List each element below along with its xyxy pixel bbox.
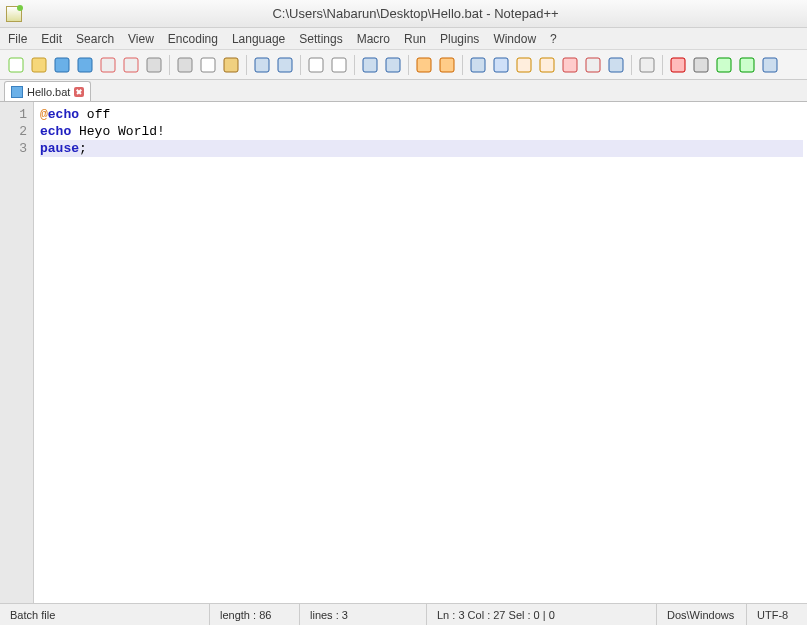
svg-rect-21	[540, 58, 554, 72]
status-length: length : 86	[210, 604, 300, 625]
zoom-out-icon[interactable]	[383, 55, 403, 75]
svg-rect-4	[101, 58, 115, 72]
app-icon	[6, 6, 22, 22]
line-number: 3	[0, 140, 27, 157]
new-file-icon[interactable]	[6, 55, 26, 75]
toolbar-separator	[408, 55, 409, 75]
toolbar-separator	[662, 55, 663, 75]
status-position: Ln : 3 Col : 27 Sel : 0 | 0	[427, 604, 657, 625]
editor[interactable]: 123 @echo offecho Heyo World!pause;	[0, 102, 807, 603]
svg-rect-7	[178, 58, 192, 72]
menu-run[interactable]: Run	[404, 32, 426, 46]
svg-rect-28	[717, 58, 731, 72]
play-multi-icon[interactable]	[737, 55, 757, 75]
undo-icon[interactable]	[252, 55, 272, 75]
code-area[interactable]: @echo offecho Heyo World!pause;	[34, 102, 807, 603]
redo-icon[interactable]	[275, 55, 295, 75]
close-all-icon[interactable]	[121, 55, 141, 75]
stop-icon[interactable]	[691, 55, 711, 75]
cut-icon[interactable]	[175, 55, 195, 75]
svg-rect-2	[55, 58, 69, 72]
menu-file[interactable]: File	[8, 32, 27, 46]
toolbar-separator	[462, 55, 463, 75]
toolbar	[0, 50, 807, 80]
close-tab-icon[interactable]	[74, 87, 84, 97]
menu-search[interactable]: Search	[76, 32, 114, 46]
record-icon[interactable]	[668, 55, 688, 75]
svg-rect-13	[332, 58, 346, 72]
code-line[interactable]: @echo off	[40, 106, 803, 123]
svg-rect-16	[417, 58, 431, 72]
toolbar-separator	[246, 55, 247, 75]
status-encoding: UTF-8	[747, 604, 807, 625]
toolbar-separator	[169, 55, 170, 75]
file-icon	[11, 86, 23, 98]
svg-rect-26	[671, 58, 685, 72]
menubar: FileEditSearchViewEncodingLanguageSettin…	[0, 28, 807, 50]
svg-rect-1	[32, 58, 46, 72]
sync-h-icon[interactable]	[437, 55, 457, 75]
statusbar: Batch file length : 86 lines : 3 Ln : 3 …	[0, 603, 807, 625]
titlebar: C:\Users\Nabarun\Desktop\Hello.bat - Not…	[0, 0, 807, 28]
menu-macro[interactable]: Macro	[357, 32, 390, 46]
svg-rect-5	[124, 58, 138, 72]
user-lang-icon[interactable]	[560, 55, 580, 75]
sync-v-icon[interactable]	[414, 55, 434, 75]
svg-rect-9	[224, 58, 238, 72]
svg-rect-15	[386, 58, 400, 72]
menu-window[interactable]: Window	[493, 32, 536, 46]
toolbar-separator	[354, 55, 355, 75]
svg-rect-24	[609, 58, 623, 72]
svg-rect-20	[517, 58, 531, 72]
save-icon[interactable]	[52, 55, 72, 75]
line-number: 1	[0, 106, 27, 123]
play-icon[interactable]	[714, 55, 734, 75]
svg-rect-11	[278, 58, 292, 72]
show-all-icon[interactable]	[491, 55, 511, 75]
svg-rect-14	[363, 58, 377, 72]
svg-rect-12	[309, 58, 323, 72]
status-lines: lines : 3	[300, 604, 427, 625]
menu-edit[interactable]: Edit	[41, 32, 62, 46]
copy-icon[interactable]	[198, 55, 218, 75]
menu-plugins[interactable]: Plugins	[440, 32, 479, 46]
svg-rect-25	[640, 58, 654, 72]
svg-rect-27	[694, 58, 708, 72]
zoom-in-icon[interactable]	[360, 55, 380, 75]
status-eol: Dos\Windows	[657, 604, 747, 625]
toolbar-separator	[631, 55, 632, 75]
save-macro-icon[interactable]	[760, 55, 780, 75]
save-all-icon[interactable]	[75, 55, 95, 75]
indent-guide-icon[interactable]	[514, 55, 534, 75]
svg-rect-6	[147, 58, 161, 72]
find-icon[interactable]	[306, 55, 326, 75]
file-tab[interactable]: Hello.bat	[4, 81, 91, 101]
svg-rect-22	[563, 58, 577, 72]
svg-rect-8	[201, 58, 215, 72]
doc-map-icon[interactable]	[583, 55, 603, 75]
line-gutter: 123	[0, 102, 34, 603]
word-wrap-icon[interactable]	[468, 55, 488, 75]
monitor-icon[interactable]	[637, 55, 657, 75]
close-icon[interactable]	[98, 55, 118, 75]
menu-language[interactable]: Language	[232, 32, 285, 46]
svg-rect-30	[763, 58, 777, 72]
replace-icon[interactable]	[329, 55, 349, 75]
svg-rect-29	[740, 58, 754, 72]
folder-icon[interactable]	[537, 55, 557, 75]
svg-rect-17	[440, 58, 454, 72]
print-icon[interactable]	[144, 55, 164, 75]
window-title: C:\Users\Nabarun\Desktop\Hello.bat - Not…	[30, 6, 801, 21]
menu-settings[interactable]: Settings	[299, 32, 342, 46]
toolbar-separator	[300, 55, 301, 75]
open-file-icon[interactable]	[29, 55, 49, 75]
menu-encoding[interactable]: Encoding	[168, 32, 218, 46]
code-line[interactable]: pause;	[40, 140, 803, 157]
tabbar: Hello.bat	[0, 80, 807, 102]
menu-view[interactable]: View	[128, 32, 154, 46]
code-line[interactable]: echo Heyo World!	[40, 123, 803, 140]
func-list-icon[interactable]	[606, 55, 626, 75]
menu-q[interactable]: ?	[550, 32, 557, 46]
paste-icon[interactable]	[221, 55, 241, 75]
tab-filename: Hello.bat	[27, 86, 70, 98]
